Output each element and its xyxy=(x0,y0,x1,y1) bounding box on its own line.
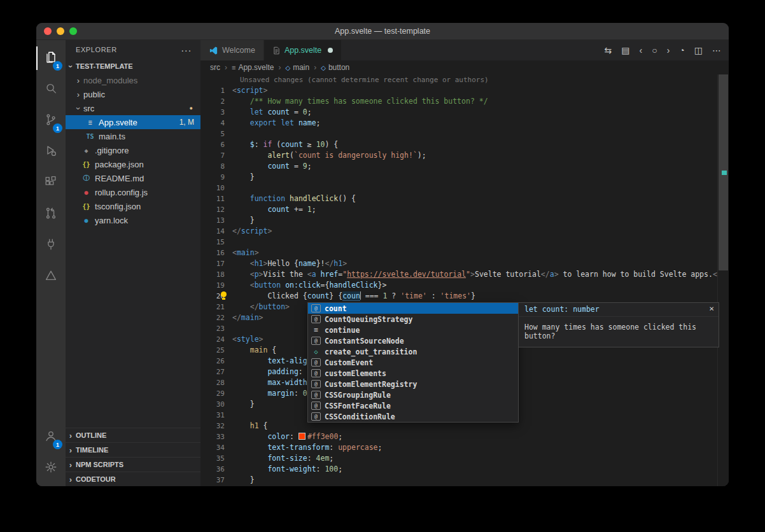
suggest-item-customevent[interactable]: @CustomEvent xyxy=(308,357,518,368)
suggest-item-cssgroupingrule[interactable]: @CSSGroupingRule xyxy=(308,389,518,400)
close-icon[interactable]: × xyxy=(709,304,714,313)
tree-item-readme-md[interactable]: ⓘREADME.md xyxy=(66,171,200,185)
code-line-17[interactable]: 17 <h1>Hello {name}!</h1> xyxy=(200,258,729,269)
code-line-16[interactable]: 16<main> xyxy=(200,248,729,258)
code-editor[interactable]: Unsaved changes (cannot determine recent… xyxy=(200,74,729,486)
tree-item-app-svelte[interactable]: ≡App.svelte1, M xyxy=(66,115,200,129)
open-changes-icon[interactable]: ▤ xyxy=(621,46,629,55)
split-editor-icon[interactable]: ◫ xyxy=(694,46,703,55)
vscode-logo-icon xyxy=(209,46,218,55)
breadcrumb-app-svelte[interactable]: ≡App.svelte xyxy=(232,63,274,72)
suggest-item-continue[interactable]: ≡continue xyxy=(308,325,518,335)
suggest-item-create-out-transition[interactable]: ◇create_out_transition xyxy=(308,346,518,357)
code-line-4[interactable]: 4 export let name; xyxy=(200,118,729,129)
more-actions-icon[interactable]: ⋯ xyxy=(712,46,721,55)
code-line-34[interactable]: 34 text-transform: uppercase; xyxy=(200,442,729,453)
activity-search[interactable] xyxy=(36,74,66,105)
code-line-10[interactable]: 10 xyxy=(200,183,729,193)
close-button[interactable] xyxy=(44,27,52,35)
code-line-35[interactable]: 35 font-size: 4em; xyxy=(200,453,729,464)
activity-extensions[interactable] xyxy=(36,167,66,199)
activity-remote-explorer[interactable] xyxy=(36,230,66,261)
tree-item-label: public xyxy=(83,90,105,99)
editor-scrollbar[interactable] xyxy=(717,74,729,486)
toggle-annotations-icon[interactable]: ○ xyxy=(652,46,657,55)
line-number: 28 xyxy=(200,377,225,388)
tree-item-tsconfig-json[interactable]: {}tsconfig.json xyxy=(66,199,200,213)
tree-item-yarn-lock[interactable]: ●yarn.lock xyxy=(66,213,200,227)
tab-app-svelte[interactable]: App.svelte xyxy=(264,40,342,60)
activity-codetour[interactable] xyxy=(36,261,66,292)
code-line-33[interactable]: 33 color: #ff3e00; xyxy=(200,431,729,442)
tree-item-main-ts[interactable]: TSmain.ts xyxy=(66,129,200,143)
code-line-7[interactable]: 7 alert(`count is dangerously high!`); xyxy=(200,150,729,161)
code-line-9[interactable]: 9 } xyxy=(200,172,729,183)
activity-github-pull-requests[interactable] xyxy=(36,199,66,230)
line-number: 9 xyxy=(200,172,225,183)
github-pull-requests-icon xyxy=(44,206,58,223)
code-line-8[interactable]: 8 count = 9; xyxy=(200,161,729,172)
code-line-36[interactable]: 36 font-weight: 100; xyxy=(200,464,729,475)
code-line-1[interactable]: 1<script> xyxy=(200,85,729,96)
code-line-18[interactable]: 18 <p>Visit the <a href="https://svelte.… xyxy=(200,269,729,280)
activity-accounts[interactable]: 1 xyxy=(36,421,66,452)
project-section-header[interactable]: › TEST-TEMPLATE xyxy=(66,59,200,73)
code-line-15[interactable]: 15 xyxy=(200,237,729,248)
code-line-6[interactable]: 6 $: if (count ≥ 10) { xyxy=(200,139,729,150)
breadcrumb-label: button xyxy=(328,63,349,72)
suggest-item-cssfontfacerule[interactable]: @CSSFontFaceRule xyxy=(308,400,518,411)
minimize-button[interactable] xyxy=(57,27,64,35)
modified-dot-icon: ● xyxy=(190,105,200,111)
breadcrumb-src[interactable]: src xyxy=(210,63,220,72)
code-line-12[interactable]: 12 count += 1; xyxy=(200,204,729,215)
title-bar[interactable]: App.svelte — test-template xyxy=(36,23,729,40)
section-outline[interactable]: ›OUTLINE xyxy=(66,428,200,442)
activity-bar: 11 1 xyxy=(36,40,66,486)
suggest-item-icon: @ xyxy=(311,337,321,345)
tree-item-package-json[interactable]: {}package.json xyxy=(66,157,200,171)
next-change-icon[interactable]: › xyxy=(667,46,670,55)
activity-run-and-debug[interactable] xyxy=(36,136,66,167)
line-number: 17 xyxy=(200,258,225,269)
zoom-button[interactable] xyxy=(69,27,77,35)
section-codetour[interactable]: ›CODETOUR xyxy=(66,472,200,486)
suggest-item-constantsourcenode[interactable]: @ConstantSourceNode xyxy=(308,335,518,346)
tree-item-public[interactable]: ›public xyxy=(66,87,200,101)
code-line-13[interactable]: 13 } xyxy=(200,215,729,226)
gitlens-compare-icon[interactable]: ⇆ xyxy=(605,46,612,55)
suggest-item-customelements[interactable]: @customElements xyxy=(308,368,518,379)
more-actions-icon[interactable]: ··· xyxy=(181,45,192,55)
symbol-icon: ◇ xyxy=(285,64,290,71)
line-number: 8 xyxy=(200,161,225,172)
color-swatch[interactable] xyxy=(298,433,305,440)
suggest-item-customelementregistry[interactable]: @CustomElementRegistry xyxy=(308,379,518,389)
breadcrumb-button[interactable]: ◇button xyxy=(321,63,349,72)
code-line-5[interactable]: 5 xyxy=(200,129,729,139)
tab-welcome[interactable]: Welcome xyxy=(200,40,264,60)
section-npm-scripts[interactable]: ›NPM SCRIPTS xyxy=(66,457,200,472)
code-line-14[interactable]: 14</script> xyxy=(200,226,729,237)
suggest-item-cssconditionrule[interactable]: @CSSConditionRule xyxy=(308,411,518,422)
code-line-11[interactable]: 11 function handleClick() { xyxy=(200,193,729,204)
code-line-20[interactable]: 20 Clicked {count} {coun === 1 ? 'time' … xyxy=(200,291,729,302)
tree-item-label: tsconfig.json xyxy=(95,202,141,211)
code-line-37[interactable]: 37 } xyxy=(200,475,729,486)
breadcrumb-main[interactable]: ◇main xyxy=(285,63,309,72)
previous-change-icon[interactable]: ‹ xyxy=(639,46,642,55)
code-line-3[interactable]: 3 let count = 0; xyxy=(200,107,729,118)
activity-source-control[interactable]: 1 xyxy=(36,105,66,136)
tree-item-src[interactable]: ›src● xyxy=(66,101,200,115)
tree-item-gitignore[interactable]: ◆.gitignore xyxy=(66,143,200,157)
tree-item-rollup-config-js[interactable]: ●rollup.config.js xyxy=(66,185,200,199)
code-line-2[interactable]: 2 /** How many times has someone clicked… xyxy=(200,96,729,107)
tree-item-label: README.md xyxy=(95,174,144,183)
suggest-item-countqueuingstrategy[interactable]: @CountQueuingStrategy xyxy=(308,314,518,325)
activity-settings[interactable] xyxy=(36,452,66,484)
file-heatmap-icon[interactable]: ◔ xyxy=(679,46,684,55)
section-timeline[interactable]: ›TIMELINE xyxy=(66,442,200,457)
suggest-item-count[interactable]: @count xyxy=(308,303,518,314)
tree-item-node-modules[interactable]: ›node_modules xyxy=(66,73,200,87)
code-line-19[interactable]: 19 <button on:click={handleClick}> xyxy=(200,280,729,291)
activity-explorer[interactable]: 1 xyxy=(36,43,66,74)
lightbulb-icon[interactable] xyxy=(220,291,227,300)
